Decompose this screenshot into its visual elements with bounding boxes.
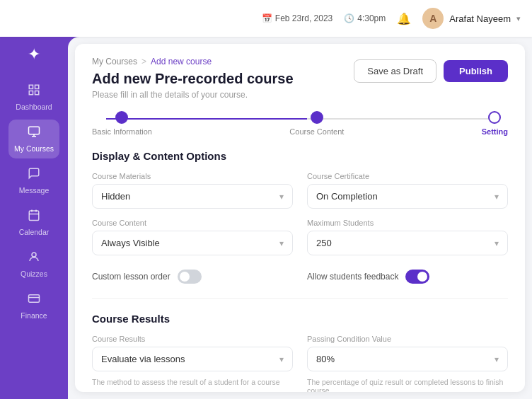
results-field-arrow-icon: ▾	[279, 354, 284, 364]
toggle-knob	[180, 272, 190, 282]
page-header-left: My Courses > Add new course Add new Pre-…	[92, 57, 294, 100]
avatar: A	[422, 8, 444, 29]
progress-steps: Basic Information Course Content Setting	[92, 111, 508, 136]
user-menu[interactable]: A Arafat Nayeem ▾	[422, 8, 521, 29]
course-content-group: Course Content Always Visible ▾	[92, 219, 293, 255]
logo-icon: ✦	[28, 45, 40, 64]
chevron-down-icon: ▾	[516, 14, 521, 23]
sidebar-item-calendar[interactable]: Calendar	[8, 203, 59, 242]
allow-feedback-row: Allow students feedback	[307, 270, 508, 284]
breadcrumb-parent[interactable]: My Courses	[92, 57, 137, 66]
main-content: My Courses > Add new course Add new Pre-…	[68, 37, 532, 399]
topbar-date: 📅 Feb 23rd, 2023	[262, 13, 332, 23]
sidebar-item-message[interactable]: Message	[8, 161, 59, 200]
results-field-group: Course Results Evaluate via lessons ▾ Th…	[92, 335, 293, 392]
maximum-students-group: Maximum Students 250 ▾	[307, 219, 508, 255]
course-certificate-select[interactable]: On Completion ▾	[307, 184, 508, 209]
sidebar-item-my-courses[interactable]: My Courses	[8, 120, 59, 158]
course-materials-value: Hidden	[101, 191, 130, 202]
main-inner: My Courses > Add new course Add new Pre-…	[75, 44, 525, 392]
step-setting[interactable]: Setting	[482, 111, 508, 136]
save-draft-button[interactable]: Save as Draft	[354, 59, 436, 83]
results-field-value: Evaluate via lessons	[101, 354, 185, 364]
step-label-content: Course Content	[289, 127, 344, 136]
sidebar-item-finance[interactable]: Finance	[8, 287, 59, 325]
sidebar: ✦ Dashboard My Courses Message Calendar …	[0, 37, 68, 399]
maximum-students-label: Maximum Students	[307, 219, 508, 227]
allow-feedback-knob	[417, 272, 427, 282]
time-text: 4:30pm	[357, 13, 386, 23]
course-materials-arrow-icon: ▾	[279, 192, 284, 202]
step-dot-basic	[115, 111, 128, 124]
breadcrumb: My Courses > Add new course	[92, 57, 294, 66]
sidebar-dashboard-label: Dashboard	[16, 103, 52, 111]
dashboard-icon	[28, 83, 40, 100]
course-certificate-label: Course Certificate	[307, 172, 508, 180]
svg-rect-4	[29, 127, 40, 134]
passing-condition-group: Passing Condition Value 80% ▾ The percen…	[307, 335, 508, 392]
username-text: Arafat Nayeem	[449, 13, 511, 24]
sidebar-quizzes-label: Quizzes	[21, 270, 47, 278]
step-basic-info[interactable]: Basic Information	[92, 111, 152, 136]
topbar-time: 🕓 4:30pm	[344, 13, 386, 23]
course-certificate-value: On Completion	[316, 191, 378, 202]
course-content-value: Always Visible	[101, 238, 160, 248]
svg-rect-12	[29, 295, 40, 303]
publish-button[interactable]: Publish	[444, 60, 508, 82]
sidebar-message-label: Message	[19, 186, 50, 195]
custom-lesson-order-label: Custom lesson order	[92, 272, 170, 282]
sidebar-item-dashboard[interactable]: Dashboard	[8, 78, 59, 117]
passing-condition-select[interactable]: 80% ▾	[307, 347, 508, 371]
svg-point-11	[32, 253, 36, 257]
sidebar-finance-label: Finance	[21, 311, 47, 320]
message-icon	[28, 167, 40, 183]
results-helper-text: The method to assess the result of a stu…	[92, 378, 293, 386]
passing-condition-helper: The percentage of quiz result or complet…	[307, 378, 508, 392]
quizzes-icon	[28, 250, 40, 267]
display-content-form: Course Materials Hidden ▾ Course Certifi…	[92, 172, 508, 284]
passing-condition-value: 80%	[316, 354, 335, 364]
svg-rect-7	[29, 211, 39, 221]
custom-lesson-order-group: Custom lesson order	[92, 265, 293, 284]
maximum-students-value: 250	[316, 238, 332, 248]
course-content-select[interactable]: Always Visible ▾	[92, 231, 293, 255]
page-header: My Courses > Add new course Add new Pre-…	[92, 57, 508, 100]
page-title: Add new Pre-recorded course	[92, 71, 294, 87]
passing-condition-label: Passing Condition Value	[307, 335, 508, 343]
custom-lesson-order-row: Custom lesson order	[92, 270, 293, 284]
my-courses-icon	[28, 125, 40, 141]
clock-icon: 🕓	[344, 13, 354, 23]
course-content-label: Course Content	[92, 219, 293, 227]
calendar-icon: 📅	[262, 13, 272, 23]
sidebar-calendar-label: Calendar	[19, 228, 50, 236]
results-field-select[interactable]: Evaluate via lessons ▾	[92, 347, 293, 371]
step-label-setting: Setting	[482, 127, 508, 136]
finance-icon	[28, 292, 40, 308]
allow-feedback-label: Allow students feedback	[307, 272, 398, 282]
svg-rect-2	[29, 91, 33, 95]
maximum-students-select[interactable]: 250 ▾	[307, 231, 508, 255]
passing-condition-arrow-icon: ▾	[495, 354, 499, 364]
course-results-section-title: Course Results	[92, 313, 508, 325]
date-text: Feb 23rd, 2023	[275, 13, 332, 23]
step-course-content[interactable]: Course Content	[289, 111, 344, 136]
sidebar-item-quizzes[interactable]: Quizzes	[8, 245, 59, 284]
course-certificate-group: Course Certificate On Completion ▾	[307, 172, 508, 209]
course-materials-select[interactable]: Hidden ▾	[92, 184, 293, 209]
step-label-basic: Basic Information	[92, 127, 152, 136]
allow-feedback-toggle[interactable]	[405, 270, 429, 284]
page-subtitle: Please fill in all the details of your c…	[92, 90, 294, 100]
breadcrumb-current[interactable]: Add new course	[151, 57, 212, 66]
step-dot-setting	[488, 111, 501, 124]
header-actions: Save as Draft Publish	[354, 59, 508, 83]
results-field-label: Course Results	[92, 335, 293, 343]
course-materials-label: Course Materials	[92, 172, 293, 180]
notification-bell-icon[interactable]: 🔔	[397, 12, 411, 25]
steps-row: Basic Information Course Content Setting	[92, 111, 508, 136]
display-content-section-title: Display & Content Options	[92, 150, 508, 162]
course-results-form: Course Results Evaluate via lessons ▾ Th…	[92, 335, 508, 392]
allow-feedback-group: Allow students feedback	[307, 265, 508, 284]
course-certificate-arrow-icon: ▾	[495, 192, 499, 202]
sidebar-my-courses-label: My Courses	[14, 144, 54, 153]
custom-lesson-order-toggle[interactable]	[178, 270, 202, 284]
